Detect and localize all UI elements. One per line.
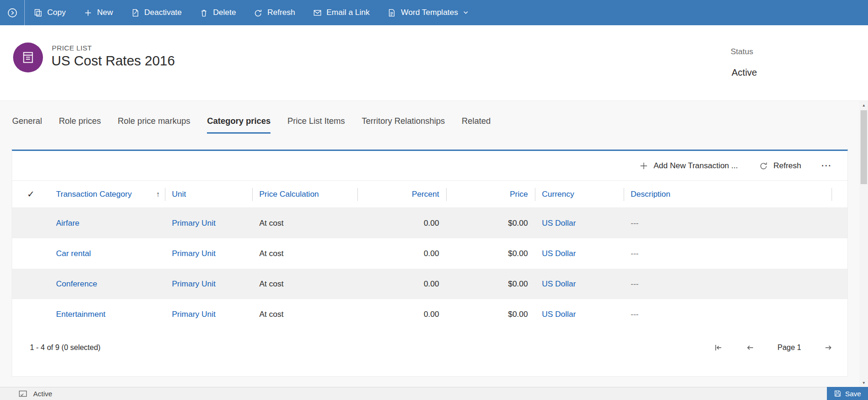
first-page-button[interactable]	[713, 343, 723, 353]
cell-percent: 0.00	[358, 299, 447, 329]
cell-filler	[832, 238, 847, 269]
row-select-cell[interactable]	[12, 299, 50, 329]
vertical-scrollbar[interactable]: ▲ ▼	[860, 101, 868, 387]
category-prices-subgrid: Add New Transaction ... Refresh ⋯ ✓ Tran…	[12, 150, 848, 377]
add-new-transaction-label: Add New Transaction ...	[654, 161, 738, 171]
column-header-percent[interactable]: Percent	[358, 181, 447, 207]
refresh-button[interactable]: Refresh	[245, 0, 304, 25]
previous-page-button[interactable]	[745, 343, 755, 353]
add-new-transaction-button[interactable]: Add New Transaction ...	[639, 161, 738, 171]
column-header-label: Unit	[172, 190, 186, 199]
cell-unit: Primary Unit	[165, 299, 253, 329]
column-filler	[832, 181, 847, 207]
category-link[interactable]: Conference	[56, 279, 97, 289]
trash-icon	[199, 8, 208, 17]
cell-filler	[832, 208, 847, 238]
next-page-icon	[823, 343, 833, 353]
cell-description: ---	[624, 269, 832, 299]
price-calculation-value: At cost	[259, 310, 284, 319]
price-calculation-value: At cost	[259, 219, 284, 228]
column-header-label: Description	[631, 190, 670, 199]
column-header-price[interactable]: Price	[447, 181, 535, 207]
plus-icon	[84, 8, 92, 17]
cell-price-calculation: At cost	[253, 269, 358, 299]
percent-value: 0.00	[424, 219, 439, 228]
category-link[interactable]: Car rental	[56, 249, 91, 258]
cell-price: $0.00	[447, 269, 535, 299]
unit-link[interactable]: Primary Unit	[172, 279, 216, 289]
email-a-link-button[interactable]: Email a Link	[304, 0, 379, 25]
price-value: $0.00	[508, 249, 528, 258]
expand-command-bar-button[interactable]	[0, 0, 24, 25]
table-row[interactable]: Conference Primary Unit At cost 0.00 $0.…	[12, 269, 847, 299]
tab-role-prices[interactable]: Role prices	[59, 116, 101, 134]
scroll-down-button[interactable]: ▼	[860, 379, 868, 387]
tab-category-prices[interactable]: Category prices	[207, 116, 270, 134]
page-title: US Cost Rates 2016	[51, 53, 175, 69]
cell-currency: US Dollar	[535, 238, 624, 269]
scrollbar-thumb[interactable]	[861, 110, 867, 184]
record-count: 1 - 4 of 9 (0 selected)	[30, 343, 100, 352]
table-row[interactable]: Car rental Primary Unit At cost 0.00 $0.…	[12, 238, 847, 269]
new-button[interactable]: New	[75, 0, 122, 25]
copy-button[interactable]: Copy	[25, 0, 75, 25]
cell-transaction-category: Conference	[50, 269, 165, 299]
column-header-currency[interactable]: Currency	[535, 181, 624, 207]
currency-link[interactable]: US Dollar	[542, 310, 576, 319]
unit-link[interactable]: Primary Unit	[172, 249, 216, 258]
tab-price-list-items[interactable]: Price List Items	[287, 116, 345, 134]
subgrid-command-bar: Add New Transaction ... Refresh ⋯	[12, 151, 847, 181]
cell-filler	[832, 269, 847, 299]
column-header-unit[interactable]: Unit	[165, 181, 253, 207]
table-row[interactable]: Entertainment Primary Unit At cost 0.00 …	[12, 299, 847, 329]
cell-price: $0.00	[447, 238, 535, 269]
currency-link[interactable]: US Dollar	[542, 279, 576, 289]
category-link[interactable]: Entertainment	[56, 310, 106, 319]
unit-link[interactable]: Primary Unit	[172, 219, 216, 228]
cell-unit: Primary Unit	[165, 208, 253, 238]
word-templates-button[interactable]: Word Templates	[378, 0, 482, 25]
cell-description: ---	[624, 208, 832, 238]
column-header-description[interactable]: Description	[624, 181, 832, 207]
email-a-link-label: Email a Link	[327, 8, 370, 17]
tab-territory-relationships[interactable]: Territory Relationships	[362, 116, 445, 134]
deactivate-icon	[131, 8, 140, 17]
select-all-column-header[interactable]: ✓	[12, 181, 50, 207]
cell-price: $0.00	[447, 299, 535, 329]
cell-currency: US Dollar	[535, 208, 624, 238]
command-bar: Copy New Deactivate Delete Refresh Email…	[0, 0, 868, 25]
cell-transaction-category: Entertainment	[50, 299, 165, 329]
column-header-label: Percent	[412, 190, 439, 199]
email-icon	[313, 8, 322, 17]
row-select-cell[interactable]	[12, 208, 50, 238]
save-button[interactable]: Save	[827, 387, 868, 400]
form-icon	[19, 390, 27, 397]
cell-unit: Primary Unit	[165, 238, 253, 269]
column-header-transaction-category[interactable]: Transaction Category ↑	[50, 181, 165, 207]
delete-button[interactable]: Delete	[191, 0, 245, 25]
tab-role-price-markups[interactable]: Role price markups	[118, 116, 190, 134]
cell-percent: 0.00	[358, 269, 447, 299]
next-page-button[interactable]	[823, 343, 833, 353]
tab-related[interactable]: Related	[462, 116, 491, 134]
column-header-price-calculation[interactable]: Price Calculation	[253, 181, 358, 207]
chevron-circle-icon	[7, 7, 18, 18]
currency-link[interactable]: US Dollar	[542, 249, 576, 258]
scroll-up-button[interactable]: ▲	[860, 101, 868, 109]
row-select-cell[interactable]	[12, 269, 50, 299]
more-commands-button[interactable]: ⋯	[821, 159, 832, 172]
subgrid-refresh-button[interactable]: Refresh	[759, 161, 801, 171]
category-link[interactable]: Airfare	[56, 219, 79, 228]
description-value: ---	[631, 279, 639, 289]
table-row[interactable]: Airfare Primary Unit At cost 0.00 $0.00 …	[12, 208, 847, 238]
row-select-cell[interactable]	[12, 238, 50, 269]
cell-price-calculation: At cost	[253, 208, 358, 238]
column-header-label: Currency	[542, 190, 574, 199]
deactivate-button[interactable]: Deactivate	[122, 0, 191, 25]
currency-link[interactable]: US Dollar	[542, 219, 576, 228]
cell-price-calculation: At cost	[253, 238, 358, 269]
price-value: $0.00	[508, 279, 528, 289]
tab-general[interactable]: General	[12, 116, 42, 134]
unit-link[interactable]: Primary Unit	[172, 310, 216, 319]
price-calculation-value: At cost	[259, 249, 284, 258]
